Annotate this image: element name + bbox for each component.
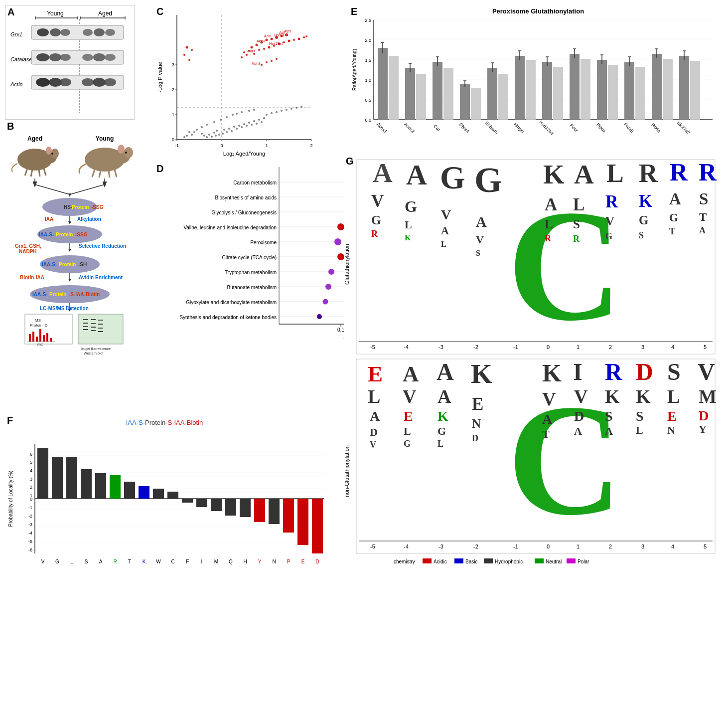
svg-rect-306	[471, 88, 481, 120]
svg-rect-294	[389, 56, 399, 120]
panel-e-label: E	[351, 6, 357, 17]
svg-text:Protein: Protein	[72, 204, 89, 210]
svg-rect-318	[553, 67, 563, 120]
svg-point-22	[36, 78, 50, 87]
svg-point-190	[285, 33, 288, 36]
svg-point-8	[37, 28, 49, 36]
svg-rect-329	[624, 62, 634, 120]
svg-rect-515	[535, 558, 544, 563]
svg-text:R: R	[371, 229, 378, 239]
svg-text:IAA-S-Protein-S-IAA-Biotin: IAA-S-Protein-S-IAA-Biotin	[126, 419, 203, 426]
svg-text:-1: -1	[175, 143, 179, 148]
svg-rect-92	[39, 329, 41, 342]
svg-rect-314	[526, 60, 536, 120]
svg-text:Protein: Protein	[56, 232, 73, 237]
svg-point-237	[337, 223, 344, 230]
svg-text:G: G	[474, 160, 502, 200]
svg-text:G: G	[404, 439, 411, 449]
svg-line-36	[31, 170, 32, 177]
svg-point-135	[215, 135, 217, 137]
panel-a: A Young Aged Grx1 Catalase	[5, 5, 135, 120]
svg-text:L: L	[368, 386, 380, 407]
svg-rect-310	[498, 74, 508, 120]
svg-text:Aldh2: Aldh2	[257, 39, 266, 43]
svg-text:0.0: 0.0	[365, 118, 371, 123]
svg-point-146	[251, 124, 253, 126]
svg-rect-293	[378, 48, 388, 120]
svg-point-169	[201, 126, 203, 128]
svg-rect-337	[679, 56, 689, 120]
svg-text:-2: -2	[473, 543, 478, 549]
svg-text:Hydrophobic: Hydrophobic	[495, 559, 523, 564]
bar-C	[167, 492, 178, 499]
svg-text:L: L	[437, 439, 443, 449]
svg-point-25	[82, 78, 94, 86]
svg-text:Synthesis and degradation of k: Synthesis and degradation of ketone bodi…	[179, 315, 277, 320]
svg-point-33	[46, 147, 52, 155]
svg-text:S: S	[667, 359, 681, 385]
svg-text:Hsd3: Hsd3	[247, 49, 255, 53]
svg-text:Mdh3: Mdh3	[252, 62, 261, 65]
bar-G	[52, 457, 63, 499]
svg-text:IAA-S-: IAA-S-	[42, 262, 57, 267]
svg-text:Citrate cycle (TCA cycle): Citrate cycle (TCA cycle)	[222, 255, 277, 260]
svg-text:V: V	[370, 440, 376, 450]
svg-point-166	[241, 111, 243, 113]
svg-marker-52	[68, 193, 71, 197]
svg-text:N: N	[667, 424, 675, 436]
svg-point-176	[286, 109, 288, 111]
svg-point-11	[83, 29, 93, 36]
svg-point-152	[233, 126, 235, 128]
svg-point-147	[223, 129, 225, 131]
svg-text:3: 3	[30, 477, 32, 482]
svg-text:-4: -4	[404, 543, 409, 549]
svg-line-46	[109, 171, 110, 178]
svg-marker-76	[68, 279, 71, 282]
svg-point-183	[300, 106, 302, 108]
svg-text:S: S	[636, 408, 644, 424]
svg-point-12	[94, 28, 105, 36]
svg-point-145	[203, 135, 205, 137]
svg-text:-3: -3	[28, 522, 32, 527]
svg-text:IAA-S-: IAA-S-	[39, 232, 54, 237]
panel-e: E Peroxisome Glutathionylation 0.0 0.5 1…	[349, 5, 728, 150]
svg-rect-91	[36, 337, 38, 342]
group-young-label: Young	[47, 10, 64, 17]
svg-point-165	[206, 124, 208, 126]
svg-text:Protein: Protein	[59, 262, 76, 267]
svg-text:4: 4	[30, 468, 32, 473]
svg-point-213	[266, 61, 268, 63]
svg-point-205	[243, 51, 245, 53]
svg-text:T: T	[669, 226, 675, 236]
svg-text:-5: -5	[370, 543, 375, 549]
svg-text:A: A	[605, 425, 613, 437]
svg-text:Hsd17b4: Hsd17b4	[538, 120, 555, 136]
svg-point-13	[105, 29, 115, 36]
svg-text:0: 0	[172, 137, 174, 142]
svg-point-211	[188, 59, 190, 61]
svg-line-44	[92, 170, 95, 177]
svg-text:IAA-S-: IAA-S-	[32, 292, 48, 297]
svg-text:V: V	[41, 559, 45, 564]
svg-text:1: 1	[265, 143, 268, 148]
svg-text:S: S	[639, 230, 644, 240]
svg-rect-330	[635, 67, 645, 120]
svg-point-167	[248, 110, 250, 112]
svg-text:V: V	[441, 207, 451, 222]
svg-text:Acm: Acm	[264, 34, 271, 38]
svg-text:L: L	[404, 425, 411, 437]
bar-W	[153, 489, 164, 499]
svg-point-199	[293, 39, 295, 41]
svg-text:Cat: Cat	[433, 124, 441, 132]
svg-text:Protein ID: Protein ID	[30, 323, 48, 328]
svg-text:R: R	[639, 159, 658, 187]
svg-point-179	[186, 135, 188, 137]
svg-text:Y: Y	[258, 559, 262, 564]
svg-point-17	[60, 54, 71, 61]
svg-text:0: 0	[547, 344, 550, 350]
svg-point-42	[118, 145, 125, 154]
svg-text:-1: -1	[28, 505, 32, 510]
svg-point-252	[323, 299, 328, 305]
svg-line-37	[39, 170, 40, 177]
bar-K	[139, 486, 149, 499]
